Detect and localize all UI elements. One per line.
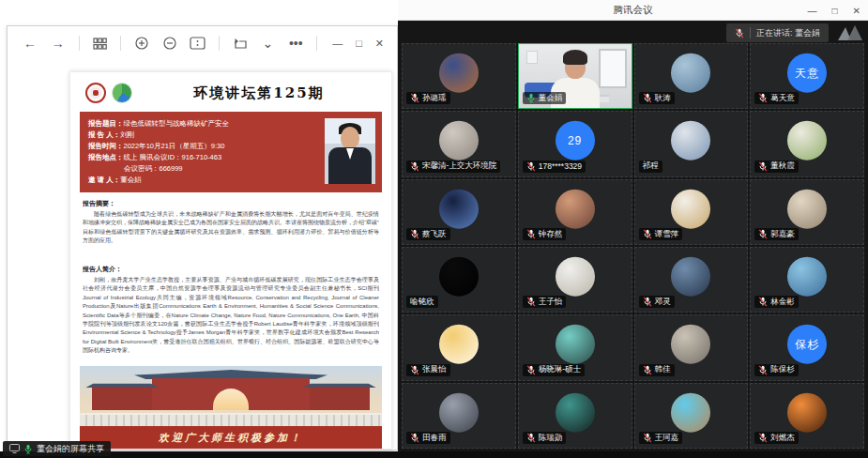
participant-name: 钟存然 (539, 229, 563, 240)
viewer-toolbar: ← → ⌄ ••• (8, 26, 397, 60)
info-line: 报告题目：绿色低碳转型与战略稀缺矿产安全 (88, 118, 318, 130)
actual-size-icon[interactable] (189, 33, 207, 53)
participant-avatar (671, 392, 710, 432)
participant-tile[interactable]: 29 178****3329 (518, 111, 632, 176)
mic-muted-icon (758, 161, 768, 172)
info-line: 会议密码：666999 (88, 163, 318, 175)
viewer-window-controls: — □ ✕ (314, 36, 384, 51)
maximize-button[interactable]: □ (832, 6, 838, 16)
toolbar-divider (219, 36, 220, 51)
forward-icon[interactable]: → (49, 33, 68, 53)
page-thumbnails-icon[interactable] (91, 33, 110, 53)
participant-name: 葛天意 (770, 93, 795, 104)
maximize-button[interactable]: □ (356, 38, 362, 49)
lecture-poster: 环境讲坛第125期 报告题目：绿色低碳转型与战略稀缺矿产安全 报 告 人：刘刚 … (69, 71, 392, 450)
participant-name: 耿涛 (655, 93, 671, 104)
participant-tile[interactable]: 耿涛 (634, 43, 749, 109)
participant-tile[interactable]: 保杉 陈保杉 (750, 314, 864, 380)
participant-tile[interactable]: 喻铭欣 (402, 247, 516, 313)
participant-name: 陈瑞勋 (539, 433, 563, 444)
participant-avatar (556, 325, 595, 364)
name-chip: 杨晓琳-硕士 (523, 364, 585, 376)
name-chip: 谭雪萍 (639, 228, 683, 240)
participant-tile[interactable]: 陈瑞勋 (518, 383, 632, 449)
participant-tile[interactable]: 郭嘉豪 (750, 179, 864, 245)
participant-name: 蔡飞跃 (422, 229, 447, 240)
mic-muted-icon (758, 297, 768, 307)
participant-tile[interactable]: 蔡飞跃 (402, 179, 516, 245)
participant-tile[interactable]: 韩佳 (634, 314, 749, 380)
meeting-logo-icon (832, 23, 864, 42)
participant-name: 178****3329 (539, 161, 582, 171)
bio-text: 刘刚，南丹麦大学产业生态学教授，主要从事资源、产业与城市循环低碳发展研究，现任国… (83, 276, 379, 356)
mic-on-icon (526, 93, 536, 103)
participant-avatar (787, 121, 827, 160)
participant-tile[interactable]: 孙璐瑶 (402, 43, 516, 109)
participant-name: 谭雪萍 (655, 229, 679, 240)
meeting-window-controls: — □ ✕ (808, 0, 860, 21)
participant-tile[interactable]: 杨晓琳-硕士 (518, 314, 632, 380)
mic-muted-icon (643, 297, 652, 307)
mic-muted-icon (526, 433, 536, 443)
participant-tile[interactable]: 天意 葛天意 (750, 43, 864, 109)
participant-tile[interactable]: 董会娟 (518, 43, 632, 109)
participant-name: 陈保杉 (770, 364, 795, 375)
participant-avatar (439, 121, 479, 160)
participant-avatar (787, 189, 827, 228)
abstract-label: 报告摘要： (83, 199, 379, 208)
name-chip: 钟存然 (523, 228, 567, 240)
participant-tile[interactable]: 王珂嘉 (634, 383, 749, 449)
participant-name: 刘燃杰 (770, 433, 795, 444)
abstract-text: 随着绿色低碳转型成为全球共识，未来战略稀缺矿产和金属消费将长期大幅增长，尤其是面… (83, 210, 379, 246)
rotate-icon[interactable] (231, 33, 250, 53)
gate-side-wall (310, 387, 370, 410)
close-button[interactable]: ✕ (375, 38, 384, 50)
participant-tile[interactable]: 董秋霞 (750, 111, 864, 176)
participant-name: 宋馨清-上交大环境院 (422, 160, 496, 172)
participant-avatar (671, 257, 710, 297)
environment-college-logo-icon (112, 83, 132, 103)
mic-muted-icon (758, 365, 768, 375)
chevron-down-icon[interactable]: ⌄ (259, 33, 278, 53)
info-line: 报 告 人：刘刚 (88, 130, 318, 141)
participant-tile[interactable]: 钟存然 (518, 179, 632, 245)
gate-side-wall (92, 387, 152, 410)
minimize-button[interactable]: — (808, 6, 817, 16)
participant-tile[interactable]: 田春雨 (402, 383, 516, 449)
participant-tile[interactable]: 宋馨清-上交大环境院 (402, 111, 516, 176)
info-line: 邀 请 人：董会娟 (88, 175, 318, 186)
back-icon[interactable]: ← (21, 33, 39, 53)
participant-tile[interactable]: 祁程 (634, 111, 749, 176)
participant-name: 张晨怡 (422, 364, 447, 375)
participant-avatar (439, 53, 479, 93)
mic-muted-icon (643, 365, 652, 375)
participant-tile[interactable]: 林金彬 (750, 247, 864, 313)
close-button[interactable]: ✕ (853, 6, 860, 16)
mic-muted-icon (410, 93, 419, 103)
name-chip: 喻铭欣 (406, 296, 438, 308)
participant-name: 董秋霞 (770, 160, 795, 172)
zoom-in-icon[interactable] (132, 33, 151, 53)
name-chip: 韩佳 (639, 364, 675, 376)
participant-tile[interactable]: 谭雪萍 (634, 179, 749, 245)
divider (750, 27, 751, 38)
screen-share-indicator[interactable]: 董会娟的屏幕共享 (3, 441, 111, 456)
name-chip: 董会娟 (523, 92, 567, 104)
mic-muted-icon (526, 297, 536, 307)
participant-name: 邓灵 (655, 297, 671, 308)
participant-avatar (671, 189, 710, 228)
participant-tile[interactable]: 张晨怡 (402, 314, 516, 380)
mic-muted-icon (643, 433, 652, 443)
more-options-icon[interactable]: ••• (286, 33, 305, 53)
participant-tile[interactable]: 邓灵 (634, 247, 749, 313)
mic-muted-icon (758, 433, 768, 443)
active-speaker-bar: 正在讲话: 董会娟 (726, 23, 829, 42)
zoom-out-icon[interactable] (160, 33, 179, 53)
participant-name: 郭嘉豪 (770, 229, 795, 240)
participant-avatar (787, 257, 827, 297)
participant-tile[interactable]: 刘燃杰 (750, 383, 864, 449)
name-chip: 陈瑞勋 (523, 432, 567, 444)
minimize-button[interactable]: — (332, 38, 343, 49)
participant-avatar: 保杉 (787, 325, 827, 364)
participant-tile[interactable]: 王子怡 (518, 247, 632, 313)
